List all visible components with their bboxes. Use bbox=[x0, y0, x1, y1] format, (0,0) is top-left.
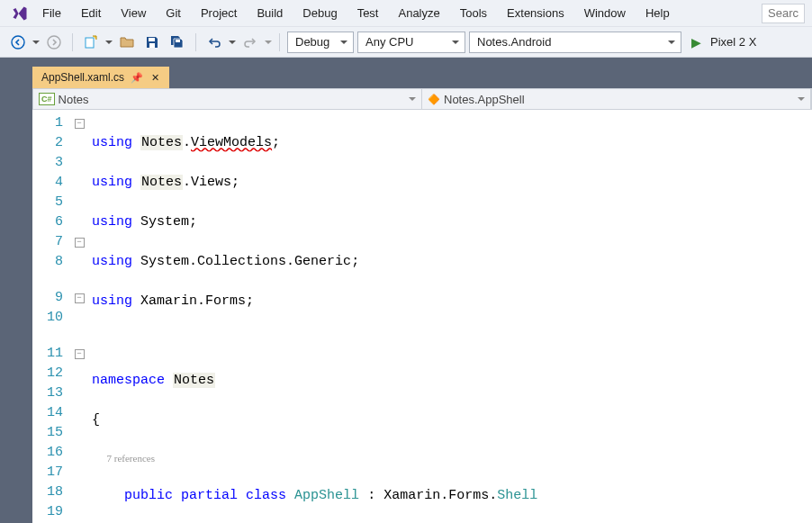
menubar: File Edit View Git Project Build Debug T… bbox=[0, 0, 812, 27]
fold-toggle[interactable]: − bbox=[75, 293, 85, 303]
file-tab-label: AppShell.xaml.cs bbox=[41, 71, 124, 84]
menu-git[interactable]: Git bbox=[156, 3, 191, 23]
platform-dropdown[interactable]: Any CPU bbox=[357, 32, 465, 53]
menu-build[interactable]: Build bbox=[247, 3, 293, 23]
svg-point-1 bbox=[48, 36, 60, 49]
menu-analyze[interactable]: Analyze bbox=[388, 3, 449, 23]
nav-back-button[interactable] bbox=[7, 32, 29, 53]
codelens-references[interactable]: 7 references bbox=[107, 453, 155, 464]
svg-rect-2 bbox=[86, 38, 94, 48]
editor-region: AppShell.xaml.cs 📌 ✕ C# Notes 🔶 Notes.Ap… bbox=[20, 58, 812, 523]
svg-rect-5 bbox=[176, 40, 180, 42]
menu-file[interactable]: File bbox=[32, 3, 71, 23]
vs-logo-icon bbox=[7, 1, 32, 26]
menu-debug[interactable]: Debug bbox=[293, 3, 347, 23]
save-all-button[interactable] bbox=[167, 32, 188, 53]
menu-help[interactable]: Help bbox=[636, 3, 680, 23]
nav-type-dropdown[interactable]: C# Notes bbox=[33, 89, 422, 109]
toolbar: Debug Any CPU Notes.Android ▶ Pixel 2 X bbox=[0, 27, 812, 58]
config-dropdown[interactable]: Debug bbox=[287, 32, 354, 53]
menu-window[interactable]: Window bbox=[574, 3, 636, 23]
nav-member-dropdown[interactable]: 🔶 Notes.AppShell bbox=[422, 89, 811, 109]
redo-dropdown-icon[interactable] bbox=[265, 41, 272, 44]
new-item-dropdown-icon[interactable] bbox=[105, 41, 113, 44]
main-area: AppShell.xaml.cs 📌 ✕ C# Notes 🔶 Notes.Ap… bbox=[0, 58, 812, 523]
nav-right-label: Notes.AppShell bbox=[444, 93, 525, 106]
redo-button[interactable] bbox=[239, 32, 261, 53]
code-content[interactable]: using Notes.ViewModels; using Notes.View… bbox=[86, 110, 812, 523]
nav-bar: C# Notes 🔶 Notes.AppShell bbox=[32, 88, 812, 110]
start-debugging-button[interactable]: ▶ bbox=[685, 32, 707, 53]
fold-toggle[interactable]: − bbox=[75, 238, 85, 248]
new-item-button[interactable] bbox=[80, 32, 102, 53]
device-label[interactable]: Pixel 2 X bbox=[710, 35, 756, 49]
nav-back-dropdown-icon[interactable] bbox=[32, 41, 40, 44]
pin-icon[interactable]: 📌 bbox=[131, 72, 142, 83]
svg-rect-4 bbox=[149, 43, 155, 48]
file-tab-appshell[interactable]: AppShell.xaml.cs 📌 ✕ bbox=[32, 67, 169, 88]
open-file-button[interactable] bbox=[116, 32, 138, 53]
close-icon[interactable]: ✕ bbox=[149, 72, 160, 83]
menu-extensions[interactable]: Extensions bbox=[497, 3, 574, 23]
undo-dropdown-icon[interactable] bbox=[229, 41, 236, 44]
toolbar-separator bbox=[195, 33, 196, 51]
tab-strip: AppShell.xaml.cs 📌 ✕ bbox=[32, 67, 812, 88]
startup-project-dropdown[interactable]: Notes.Android bbox=[469, 32, 681, 53]
code-editor[interactable]: 12345678 910 111213141516171819 − − − − … bbox=[32, 110, 812, 523]
undo-button[interactable] bbox=[203, 32, 225, 53]
menu-edit[interactable]: Edit bbox=[71, 3, 111, 23]
line-number-gutter: 12345678 910 111213141516171819 bbox=[32, 110, 72, 523]
save-button[interactable] bbox=[141, 32, 163, 53]
menu-project[interactable]: Project bbox=[191, 3, 247, 23]
fold-toggle[interactable]: − bbox=[75, 349, 85, 359]
menu-test[interactable]: Test bbox=[347, 3, 389, 23]
csharp-badge-icon: C# bbox=[39, 93, 55, 105]
class-icon: 🔶 bbox=[428, 94, 440, 105]
toolbar-separator bbox=[279, 33, 280, 51]
fold-toggle[interactable]: − bbox=[75, 119, 85, 129]
nav-left-label: Notes bbox=[59, 93, 89, 106]
nav-forward-button[interactable] bbox=[43, 32, 65, 53]
search-input[interactable]: Searc bbox=[762, 4, 805, 23]
svg-point-0 bbox=[12, 36, 24, 49]
menu-view[interactable]: View bbox=[111, 3, 156, 23]
menu-tools[interactable]: Tools bbox=[450, 3, 497, 23]
fold-gutter: − − − − bbox=[72, 110, 86, 523]
toolbar-separator bbox=[72, 33, 73, 51]
svg-rect-3 bbox=[149, 38, 155, 41]
